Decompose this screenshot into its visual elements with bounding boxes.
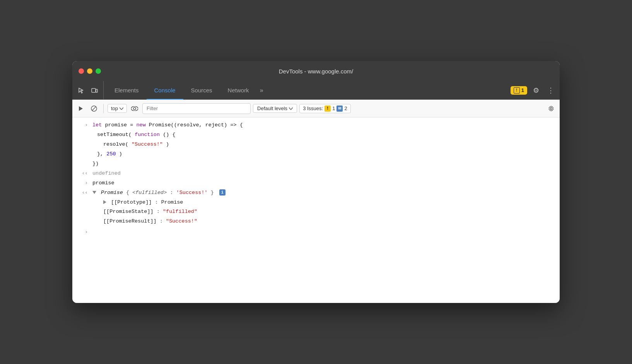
- title-bar: DevTools - www.google.com/: [72, 61, 560, 81]
- eye-icon: [131, 106, 138, 111]
- svg-rect-0: [92, 88, 96, 92]
- svg-point-5: [131, 106, 138, 111]
- filter-input[interactable]: [142, 103, 251, 114]
- promise-result-value: "Success!": [166, 218, 197, 224]
- log-levels-selector[interactable]: Default levels: [253, 104, 297, 113]
- inspect-element-button[interactable]: [75, 85, 87, 96]
- left-chevron-out-icon: ‹‹: [82, 189, 88, 197]
- code-line-1: let promise = new Promise((resolve, reje…: [91, 121, 557, 130]
- promise-state-label: [[PromiseState]]: [103, 209, 154, 214]
- gear-icon: ⚙: [533, 86, 539, 95]
- issues-info-badge: ✉: [336, 105, 343, 112]
- promise-input-content: promise: [91, 179, 557, 188]
- tab-elements[interactable]: Elements: [107, 82, 147, 100]
- gutter-undefined: ‹‹: [72, 169, 91, 178]
- more-options-button[interactable]: ⋮: [545, 85, 557, 96]
- device-icon: [91, 87, 98, 94]
- gutter-1: [72, 121, 91, 129]
- traffic-lights: [79, 68, 101, 74]
- vertical-dots-icon: ⋮: [547, 86, 554, 95]
- code-line-5: }): [91, 160, 557, 168]
- console-repl-input[interactable]: [91, 230, 557, 235]
- svg-point-7: [550, 107, 552, 109]
- svg-marker-2: [79, 106, 83, 111]
- console-settings-button[interactable]: [546, 103, 557, 114]
- eye-button[interactable]: [129, 103, 140, 114]
- undefined-value: undefined: [92, 170, 121, 176]
- context-selector[interactable]: top: [108, 104, 127, 113]
- console-input-line-1: let promise = new Promise((resolve, reje…: [72, 121, 560, 130]
- console-code-line-2: setTimeout( function () {: [72, 130, 560, 140]
- expand-icon-1[interactable]: [85, 121, 88, 129]
- promise-colon: :: [170, 190, 176, 196]
- console-output-undefined: ‹‹ undefined: [72, 169, 560, 179]
- undefined-text: undefined: [91, 169, 557, 178]
- issues-count-badge[interactable]: ! 1: [511, 86, 527, 95]
- minimize-button[interactable]: [87, 68, 92, 74]
- cursor-icon: [78, 87, 85, 94]
- console-code-line-4: }, 250 ): [72, 150, 560, 159]
- prototype-expand-icon[interactable]: [103, 200, 106, 204]
- svg-rect-1: [96, 89, 97, 92]
- prototype-content: [[Prototype]] : Promise: [91, 198, 557, 207]
- promise-object-label: Promise: [101, 190, 126, 196]
- prompt-chevron-icon: ›: [85, 228, 88, 236]
- issues-info-count: 2: [344, 105, 347, 111]
- promise-brace-open: {: [126, 190, 129, 196]
- clear-console-button[interactable]: [75, 103, 86, 114]
- console-code-line-5: }): [72, 159, 560, 169]
- promise-info-icon[interactable]: i: [219, 189, 225, 196]
- tab-bar: Elements Console Sources Network » ! 1 ⚙: [72, 81, 560, 100]
- promise-brace-close: }: [211, 190, 214, 196]
- promise-result-content: [[PromiseResult]] : "Success!": [91, 217, 557, 226]
- collapse-triangle-icon[interactable]: [92, 191, 96, 194]
- issues-warn-badge: !: [325, 105, 331, 112]
- gutter-promise: [72, 179, 91, 187]
- play-icon: [78, 105, 84, 112]
- promise-state-line: [[PromiseState]] : "fulfilled": [72, 207, 560, 217]
- input-prompt: ›: [72, 228, 91, 236]
- code-line-3: resolve( "Success!" ): [91, 140, 557, 149]
- main-tabs: Elements Console Sources Network »: [107, 81, 511, 99]
- promise-state-content: [[PromiseState]] : "fulfilled": [91, 208, 557, 216]
- promise-output-content: Promise { <fulfilled> : 'Success!' } i: [91, 189, 557, 197]
- console-code-line-3: resolve( "Success!" ): [72, 140, 560, 150]
- prototype-colon: :: [155, 199, 161, 205]
- tab-bar-left-icons: [75, 81, 104, 99]
- promise-state-key: <fulfilled>: [132, 190, 167, 196]
- promise-state-value: "fulfilled": [163, 209, 197, 214]
- context-label: top: [111, 105, 118, 111]
- promise-label: promise: [92, 180, 114, 186]
- block-icon-button[interactable]: [89, 103, 99, 114]
- promise-result-label: [[PromiseResult]]: [103, 218, 157, 224]
- more-tabs-button[interactable]: »: [257, 81, 266, 99]
- devtools-window: DevTools - www.google.com/ Elements Cons: [72, 61, 560, 303]
- expand-icon-2[interactable]: [85, 179, 88, 187]
- levels-label: Default levels: [257, 105, 287, 111]
- gutter-promise-out: ‹‹: [72, 189, 91, 197]
- svg-line-4: [92, 107, 96, 111]
- settings-button[interactable]: ⚙: [530, 85, 542, 96]
- tab-sources[interactable]: Sources: [183, 82, 220, 100]
- console-gear-icon: [548, 105, 554, 112]
- code-line-4: }, 250 ): [91, 150, 557, 159]
- console-output[interactable]: let promise = new Promise((resolve, reje…: [72, 117, 560, 303]
- maximize-button[interactable]: [96, 68, 101, 74]
- prototype-value: Promise: [161, 199, 183, 205]
- toolbar-divider-1: [103, 104, 104, 113]
- issues-label: 3 Issues:: [303, 105, 323, 111]
- device-toolbar-button[interactable]: [89, 85, 100, 96]
- promise-result-line: [[PromiseResult]] : "Success!": [72, 217, 560, 226]
- tab-bar-right-actions: ! 1 ⚙ ⋮: [511, 81, 557, 99]
- issues-badge-count: 1: [521, 87, 524, 93]
- close-button[interactable]: [79, 68, 84, 74]
- chevron-down-icon: [120, 107, 123, 110]
- issues-warn-count: 1: [332, 105, 335, 111]
- prototype-key: [[Prototype]]: [111, 199, 152, 205]
- tab-console[interactable]: Console: [147, 82, 183, 100]
- promise-fulfilled-value: 'Success!': [176, 190, 208, 196]
- left-chevron-icon: ‹‹: [82, 169, 88, 178]
- tab-network[interactable]: Network: [220, 82, 257, 100]
- issues-toolbar-badge[interactable]: 3 Issues: ! 1 ✉ 2: [299, 104, 351, 113]
- svg-point-6: [133, 107, 136, 110]
